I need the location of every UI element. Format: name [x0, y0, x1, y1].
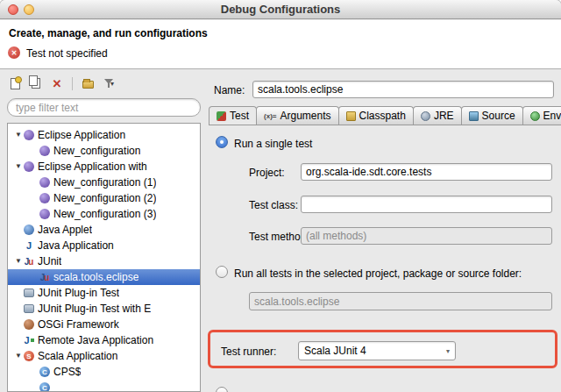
toolbar-separator: [72, 77, 73, 90]
junit-icon: [24, 256, 34, 267]
osgi-icon: [24, 319, 34, 330]
tree-item-junit[interactable]: ▼JUnit: [8, 253, 200, 269]
tab-label: Arguments: [280, 110, 330, 122]
new-config-icon: [11, 78, 20, 89]
tree-item-cps[interactable]: CPS$: [8, 364, 200, 380]
tab-source[interactable]: Source: [461, 106, 523, 125]
tree-item-remote-java-application[interactable]: Remote Java Application: [8, 332, 200, 348]
tree-item-label: New_configuration: [53, 145, 140, 157]
tree-item-java-applet[interactable]: Java Applet: [8, 222, 200, 238]
tree-filter-input[interactable]: [7, 98, 201, 117]
tab-label: Classpath: [359, 110, 406, 122]
tree-item-label: Eclipse Application with: [38, 160, 147, 173]
classpath-tab-icon: [346, 111, 356, 121]
tree-item-osgi-framework[interactable]: OSGi Framework: [8, 317, 200, 332]
filter-icon: [103, 78, 114, 89]
tree-item-new-configuration-2[interactable]: New_configuration (2): [8, 190, 200, 206]
window-title: Debug Configurations: [221, 3, 341, 16]
configurations-toolbar: ✕ ▾: [7, 75, 117, 91]
name-label: Name:: [214, 84, 245, 96]
eclipse-application-icon: [39, 177, 50, 188]
tree-item-junit-plugin-test[interactable]: JUnit Plug-in Test: [8, 285, 200, 301]
tree-item-partial[interactable]: [8, 380, 200, 392]
tree-item-label: Scala Application: [38, 350, 117, 362]
disclosure-triangle-icon[interactable]: ▼: [13, 159, 24, 175]
tab-test[interactable]: Test: [209, 106, 257, 125]
configuration-tree: ▼Eclipse Application New_configuration ▼…: [7, 123, 201, 392]
tree-item-eclipse-application[interactable]: ▼Eclipse Application: [8, 127, 200, 143]
tree-item-label: OSGi Framework: [38, 318, 119, 331]
test-tab-icon: [217, 111, 226, 121]
tree-item-scala-application[interactable]: ▼Scala Application: [8, 348, 200, 364]
minimize-button[interactable]: [24, 4, 34, 15]
java-applet-icon: [24, 225, 34, 235]
tree-item-scala-tools-eclipse[interactable]: scala.tools.eclipse: [8, 269, 200, 285]
disclosure-triangle-icon[interactable]: ▼: [13, 253, 24, 269]
environment-tab-icon: [530, 111, 540, 121]
tree-item-label: New_configuration (2): [53, 192, 156, 204]
name-input[interactable]: [252, 81, 554, 98]
page-title: Create, manage, and run configurations: [9, 27, 208, 39]
scala-application-icon: [24, 351, 34, 361]
title-bar[interactable]: Debug Configurations: [0, 0, 561, 19]
duplicate-configuration-button[interactable]: [28, 75, 44, 91]
error-message: Test not specified: [26, 47, 108, 60]
disclosure-triangle-icon[interactable]: ▼: [13, 348, 24, 364]
new-configuration-button[interactable]: [7, 75, 23, 91]
tab-arguments[interactable]: (x)=Arguments: [256, 106, 338, 125]
java-application-icon: [24, 240, 34, 251]
tree-item-eclipse-application-with[interactable]: ▼Eclipse Application with: [8, 159, 200, 175]
tree-item-label: JUnit Plug-in Test: [38, 287, 119, 299]
tree-item-new-configuration-3[interactable]: New_configuration (3): [8, 206, 200, 222]
error-icon: [8, 46, 20, 59]
tree-item-label: scala.tools.eclipse: [53, 271, 138, 283]
test-runner-combo[interactable]: Scala JUnit 4 ▾: [298, 341, 456, 360]
test-runner-value: Scala JUnit 4: [304, 345, 366, 357]
tree-item-junit-plugin-test-with-e[interactable]: JUnit Plug-in Test with E: [8, 301, 200, 317]
tab-jre[interactable]: JRE: [413, 106, 462, 125]
junit-icon: [39, 272, 50, 282]
eclipse-application-icon: [24, 161, 34, 172]
collapse-all-icon: [82, 81, 94, 89]
disclosure-triangle-icon[interactable]: ▼: [13, 127, 24, 143]
tree-item-label: New_configuration (3): [53, 208, 156, 220]
run-single-test-radio[interactable]: [216, 136, 228, 148]
arguments-tab-icon: (x)=: [264, 112, 276, 120]
tree-item-label: New_configuration (1): [53, 176, 156, 189]
tree-item-label: JUnit Plug-in Test with E: [38, 303, 151, 315]
eclipse-application-icon: [39, 193, 50, 203]
scala-class-icon: [39, 382, 50, 392]
test-class-label: Test class:: [249, 199, 298, 211]
eclipse-application-icon: [39, 209, 50, 219]
combo-arrow-icon: ▾: [446, 347, 450, 355]
partial-radio[interactable]: [216, 387, 228, 392]
tree-item-label: JUnit: [38, 255, 61, 267]
tree-item-label: Eclipse Application: [38, 129, 125, 141]
filter-options-button[interactable]: ▾: [101, 75, 117, 91]
project-label: Project:: [249, 167, 285, 179]
tree-item-label: CPS$: [53, 366, 81, 378]
duplicate-icon: [29, 75, 38, 86]
delete-configuration-button[interactable]: ✕: [49, 75, 65, 91]
tree-item-new-configuration-1[interactable]: New_configuration (1): [8, 175, 200, 190]
project-input[interactable]: [301, 163, 552, 181]
test-class-input[interactable]: [301, 196, 552, 213]
collapse-all-button[interactable]: [80, 75, 96, 91]
delete-icon: ✕: [53, 77, 62, 90]
test-runner-label: Test runner:: [221, 346, 276, 358]
tab-label: JRE: [434, 110, 454, 122]
tree-item-new-configuration[interactable]: New_configuration: [8, 143, 200, 159]
scala-class-icon: [39, 367, 50, 377]
tab-label: Envi: [543, 110, 561, 122]
tree-item-java-application[interactable]: Java Application: [8, 238, 200, 253]
tab-environment[interactable]: Envi: [522, 106, 561, 125]
tab-bar: Test (x)=Arguments Classpath JRE Source …: [209, 105, 561, 125]
tree-item-label: Java Applet: [38, 224, 92, 236]
run-all-tests-radio[interactable]: [216, 266, 228, 278]
close-button[interactable]: [8, 4, 18, 15]
all-tests-source-input: [249, 292, 552, 310]
eclipse-application-icon: [39, 146, 50, 156]
junit-plugin-icon: [24, 289, 34, 297]
tab-classpath[interactable]: Classpath: [338, 106, 414, 125]
remote-java-icon: [24, 335, 34, 346]
